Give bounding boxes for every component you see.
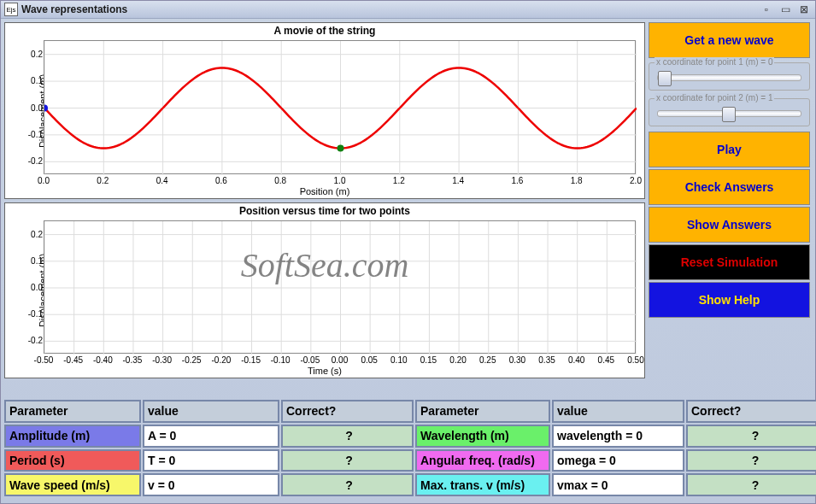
maximize-icon[interactable]: ▭ [778,3,793,16]
titlebar: Ejs Wave representations ▫ ▭ ⊠ [1,1,815,19]
header-value-r: value [552,400,684,423]
header-value-l: value [143,400,279,423]
header-correct-l: Correct? [281,400,414,423]
close-icon[interactable]: ⊠ [796,3,812,16]
slider1-track[interactable] [657,74,801,81]
value-period[interactable]: T = 0 [143,449,279,472]
slider1-label: x coordinate for point 1 (m) = 0 [655,57,774,67]
correct-vmax: ? [686,473,816,496]
correct-period: ? [281,449,414,472]
param-period: Period (s) [4,449,141,472]
chart-string: A movie of the string Displacement (m) P… [4,22,645,199]
chart-title-1: A movie of the string [5,23,644,37]
check-button[interactable]: Check Answers [649,169,810,205]
show-button[interactable]: Show Answers [649,207,810,243]
slider-point1: x coordinate for point 1 (m) = 0 [649,62,810,91]
xlabel-2: Time (s) [5,366,644,376]
play-button[interactable]: Play [649,132,810,167]
minimize-icon[interactable]: ▫ [759,3,774,16]
correct-omega: ? [686,449,816,472]
reset-button[interactable]: Reset Simulation [649,244,810,280]
param-wavelength: Wavelength (m) [415,425,550,448]
header-param-l: Parameter [4,400,141,423]
param-speed: Wave speed (m/s) [4,473,141,496]
slider1-thumb[interactable] [658,71,672,86]
svg-point-17 [338,145,344,152]
app-icon: Ejs [4,3,18,16]
xlabel-1: Position (m) [5,186,644,196]
value-wavelength[interactable]: wavelength = 0 [552,425,684,448]
upper-row: A movie of the string Displacement (m) P… [1,19,815,397]
parameter-grid: Parameter value Correct? Parameter value… [1,397,815,500]
value-omega[interactable]: omega = 0 [552,449,684,472]
plot-area-1[interactable] [44,40,636,174]
plot-area-2[interactable] [44,220,636,354]
chart-title-2: Position versus time for two points [5,203,644,217]
correct-amplitude: ? [281,425,414,448]
slider2-track[interactable] [657,110,801,117]
side-panel: Get a new wave x coordinate for point 1 … [649,19,815,397]
slider-point2: x coordinate for point 2 (m) = 1 [649,98,810,126]
chart-column: A movie of the string Displacement (m) P… [1,19,649,397]
correct-wavelength: ? [686,425,816,448]
correct-speed: ? [281,473,414,496]
param-omega: Angular freq. (rad/s) [415,449,550,472]
value-vmax[interactable]: vmax = 0 [552,473,684,496]
content: A movie of the string Displacement (m) P… [1,19,815,503]
param-vmax: Max. trans. v (m/s) [415,473,550,496]
slider2-label: x coordinate for point 2 (m) = 1 [655,93,774,103]
new-wave-button[interactable]: Get a new wave [649,22,810,58]
app-window: Ejs Wave representations ▫ ▭ ⊠ A movie o… [0,0,816,504]
value-amplitude[interactable]: A = 0 [143,425,279,448]
slider2-thumb[interactable] [722,107,736,122]
header-correct-r: Correct? [686,400,816,423]
param-amplitude: Amplitude (m) [4,425,141,448]
chart-time: Position versus time for two points Disp… [4,202,645,378]
value-speed[interactable]: v = 0 [143,473,279,496]
window-title: Wave representations [21,3,755,15]
help-button[interactable]: Show Help [649,282,810,318]
header-param-r: Parameter [415,400,550,423]
